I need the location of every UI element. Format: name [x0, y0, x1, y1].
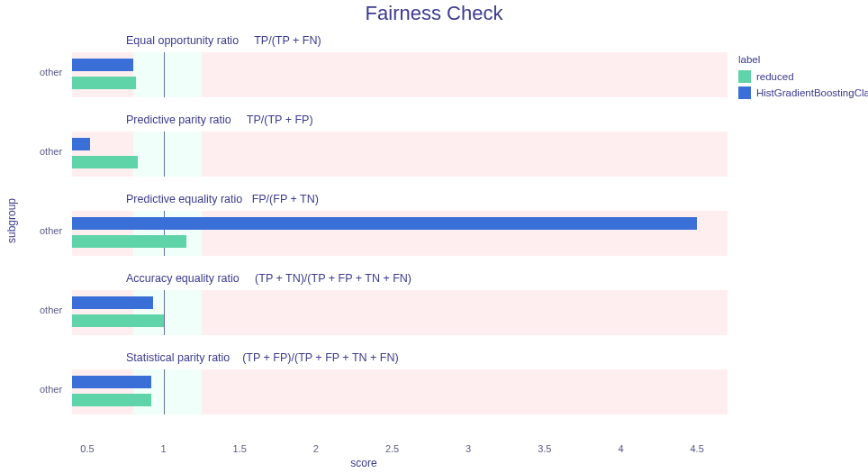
chart-title: Fairness Check [0, 2, 868, 25]
reference-line [164, 369, 165, 414]
legend-label: HistGradientBoostingClassifier [756, 87, 868, 98]
panel-body [72, 132, 728, 177]
legend-title: label [738, 54, 868, 65]
fair-band [133, 132, 202, 177]
panel: Statistical parity ratio (TP + FP)/(TP +… [72, 353, 728, 414]
y-category-label: other [40, 225, 62, 236]
x-tick-label: 0.5 [80, 443, 94, 454]
bar-reduced [72, 394, 151, 406]
x-axis: 0.511.522.533.544.5 [72, 443, 728, 461]
legend-item-hgbc: HistGradientBoostingClassifier [738, 86, 868, 99]
bar-hgbc [72, 217, 697, 230]
reference-line [164, 290, 165, 335]
swatch-icon [738, 86, 751, 99]
x-tick-label: 2.5 [385, 443, 399, 454]
x-tick-label: 1.5 [233, 443, 247, 454]
panel: Predictive parity ratio TP/(TP + FP)othe… [72, 115, 728, 177]
panel-body [72, 52, 728, 97]
bar-reduced [72, 156, 138, 168]
legend-label: reduced [756, 71, 794, 82]
reference-line [164, 132, 165, 177]
panel-title: Equal opportunity ratio TP/(TP + FN) [126, 34, 321, 47]
bar-hgbc [72, 59, 133, 71]
bar-reduced [72, 235, 186, 248]
panel: Accuracy equality ratio (TP + TN)/(TP + … [72, 274, 728, 335]
panel-title: Predictive parity ratio TP/(TP + FP) [126, 114, 313, 126]
reference-line [164, 52, 165, 97]
y-category-label: other [40, 146, 62, 157]
panel: Predictive equality ratio FP/(FP + TN)ot… [72, 195, 728, 256]
panel-title: Statistical parity ratio (TP + FP)/(TP +… [126, 351, 399, 364]
bar-reduced [72, 314, 164, 327]
panel-title: Predictive equality ratio FP/(FP + TN) [126, 193, 319, 205]
y-category-label: other [40, 305, 62, 315]
plot-area: Equal opportunity ratio TP/(TP + FN)othe… [72, 36, 728, 432]
x-tick-label: 2 [313, 443, 319, 454]
x-tick-label: 3.5 [538, 443, 551, 454]
bar-hgbc [72, 138, 90, 150]
x-tick-label: 1 [161, 443, 167, 454]
legend-item-reduced: reduced [738, 70, 868, 83]
swatch-icon [738, 70, 751, 83]
panel-body [72, 211, 728, 256]
panel-title: Accuracy equality ratio (TP + TN)/(TP + … [126, 272, 411, 285]
panel-body [72, 290, 728, 335]
y-category-label: other [40, 67, 62, 77]
panel-body [72, 369, 728, 414]
bar-reduced [72, 77, 136, 89]
bar-hgbc [72, 296, 153, 309]
legend: label reduced HistGradientBoostingClassi… [738, 54, 868, 103]
y-category-label: other [40, 384, 62, 395]
x-tick-label: 3 [466, 443, 471, 454]
bar-hgbc [72, 376, 151, 388]
y-axis-label: subgroup [5, 198, 18, 243]
x-tick-label: 4 [618, 443, 623, 454]
panel: Equal opportunity ratio TP/(TP + FN)othe… [72, 36, 728, 97]
fair-band [133, 52, 202, 97]
x-tick-label: 4.5 [690, 443, 703, 454]
